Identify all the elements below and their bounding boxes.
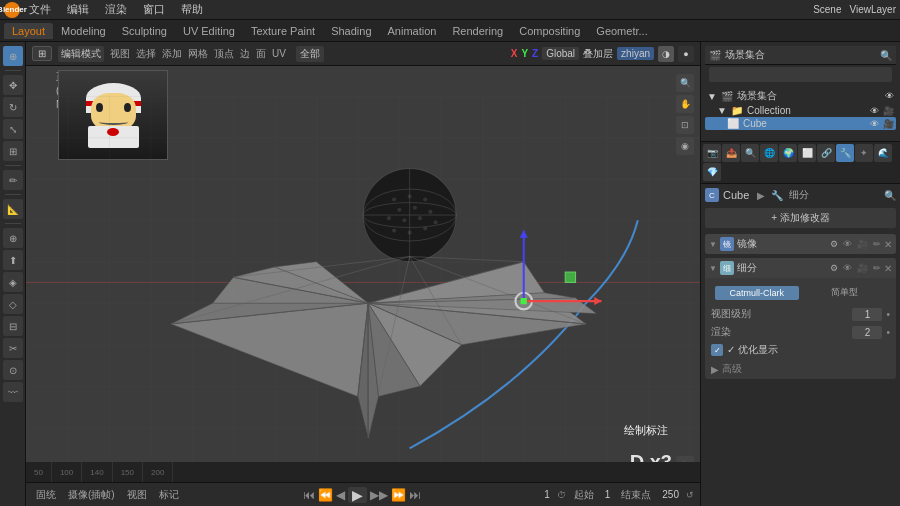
viewport[interactable]: ⊞ 编辑模式 视图 选择 添加 网格 顶点 边 面 UV 全部 X Y Z Gl… — [26, 42, 700, 506]
subd-render-icon[interactable]: 🎥 — [857, 263, 868, 273]
edge-menu[interactable]: 边 — [240, 47, 250, 61]
menu-render[interactable]: 渲染 — [102, 1, 130, 18]
zoom-in-icon[interactable]: 🔍 — [676, 74, 694, 92]
tab-texture-paint[interactable]: Texture Paint — [243, 23, 323, 39]
prop-tab-physics[interactable]: 🌊 — [874, 144, 892, 162]
tool-transform[interactable]: ⊞ — [3, 141, 23, 161]
view-btn[interactable]: 视图 — [123, 487, 151, 503]
scene-item-collection-root[interactable]: ▼ 🎬 场景集合 👁 — [705, 88, 896, 104]
editor-type-btn[interactable]: ⊞ — [32, 46, 52, 61]
menu-file[interactable]: 文件 — [26, 1, 54, 18]
proportional-btn[interactable]: 全部 — [296, 46, 324, 62]
render-icon-2[interactable]: 🎥 — [883, 106, 894, 116]
tool-bevel[interactable]: ◇ — [3, 294, 23, 314]
visibility-icon[interactable]: 👁 — [885, 91, 894, 101]
frame-start[interactable]: 1 — [602, 489, 614, 500]
jump-end-btn[interactable]: ⏭ — [409, 488, 421, 502]
visibility-icon-2[interactable]: 👁 — [870, 106, 879, 116]
tab-rendering[interactable]: Rendering — [444, 23, 511, 39]
tab-sculpting[interactable]: Sculpting — [114, 23, 175, 39]
tool-inset[interactable]: ◈ — [3, 272, 23, 292]
prop-tab-output[interactable]: 📤 — [722, 144, 740, 162]
menu-window[interactable]: 窗口 — [140, 1, 168, 18]
step-back-btn[interactable]: ⏪ — [318, 488, 333, 502]
uv-menu[interactable]: UV — [272, 48, 286, 59]
mesh-menu[interactable]: 网格 — [188, 47, 208, 61]
add-menu[interactable]: 添加 — [162, 47, 182, 61]
mirror-render-icon[interactable]: 🎥 — [857, 239, 868, 249]
mirror-filter-icon[interactable]: ⚙ — [830, 239, 838, 249]
tool-extrude[interactable]: ⬆ — [3, 250, 23, 270]
advanced-section[interactable]: ▶ 高级 — [705, 359, 896, 379]
tab-shading[interactable]: Shading — [323, 23, 379, 39]
face-menu[interactable]: 面 — [256, 47, 266, 61]
tool-loop-cut[interactable]: ⊟ — [3, 316, 23, 336]
mirror-edit-icon[interactable]: ✏ — [873, 239, 881, 249]
mirror-close-btn[interactable]: ✕ — [884, 239, 892, 250]
frame-end[interactable]: 250 — [659, 489, 682, 500]
scene-search-input[interactable] — [709, 67, 892, 82]
prop-tab-scene[interactable]: 🌐 — [760, 144, 778, 162]
play-fwd-btn[interactable]: ▶▶ — [370, 488, 388, 502]
render-type-btn[interactable]: 摄像(插帧) — [64, 487, 119, 503]
scene-item-cube[interactable]: ⬜ Cube 👁 🎥 — [705, 117, 896, 130]
current-frame[interactable]: 1 — [541, 489, 553, 500]
local-view-icon[interactable]: ◉ — [676, 137, 694, 155]
prop-tab-world[interactable]: 🌍 — [779, 144, 797, 162]
prop-tab-view[interactable]: 🔍 — [741, 144, 759, 162]
render-icon-3[interactable]: 🎥 — [883, 119, 894, 129]
tool-move[interactable]: ✥ — [3, 75, 23, 95]
prop-tab-render[interactable]: 📷 — [703, 144, 721, 162]
menu-edit[interactable]: 编辑 — [64, 1, 92, 18]
view-menu[interactable]: 视图 — [110, 47, 130, 61]
add-modifier-btn[interactable]: + 添加修改器 — [705, 208, 896, 228]
tool-cursor[interactable]: ⊕ — [3, 46, 23, 66]
tool-rotate[interactable]: ↻ — [3, 97, 23, 117]
global-local-btn[interactable]: Global — [542, 47, 579, 60]
mirror-eye-icon[interactable]: 👁 — [843, 239, 852, 249]
scene-filter-icon[interactable]: 🔍 — [880, 50, 892, 61]
prop-tab-constraints[interactable]: 🔗 — [817, 144, 835, 162]
subd-edit-icon[interactable]: ✏ — [873, 263, 881, 273]
simple-btn[interactable]: 简单型 — [803, 284, 887, 301]
subd-eye-icon[interactable]: 👁 — [843, 263, 852, 273]
subd-filter-icon[interactable]: ⚙ — [830, 263, 838, 273]
camera-btn[interactable]: 固统 — [32, 487, 60, 503]
catmull-clark-btn[interactable]: Catmull-Clark — [715, 286, 799, 300]
tab-animation[interactable]: Animation — [380, 23, 445, 39]
subd-close-btn[interactable]: ✕ — [884, 263, 892, 274]
tool-knife[interactable]: ✂ — [3, 338, 23, 358]
tool-grab[interactable]: ⊙ — [3, 360, 23, 380]
tool-smooth[interactable]: 〰 — [3, 382, 23, 402]
modifier-subd-header[interactable]: ▼ 细 细分 ⚙ 👁 🎥 ✏ ✕ — [705, 258, 896, 278]
tool-scale[interactable]: ⤡ — [3, 119, 23, 139]
tab-compositing[interactable]: Compositing — [511, 23, 588, 39]
tab-modeling[interactable]: Modeling — [53, 23, 114, 39]
render-level-value[interactable]: 2 — [852, 326, 882, 339]
markers-btn[interactable]: 标记 — [155, 487, 183, 503]
prop-tab-particles[interactable]: ✦ — [855, 144, 873, 162]
tab-uv-editing[interactable]: UV Editing — [175, 23, 243, 39]
subd-expand-icon[interactable]: ▼ — [709, 264, 717, 273]
play-back-btn[interactable]: ◀ — [336, 488, 345, 502]
viewport-shading-solid[interactable]: ◑ — [658, 46, 674, 62]
scene-item-collection[interactable]: ▼ 📁 Collection 👁 🎥 — [705, 104, 896, 117]
ortho-icon[interactable]: ⊡ — [676, 116, 694, 134]
tool-annotate[interactable]: ✏ — [3, 170, 23, 190]
step-fwd-btn[interactable]: ⏩ — [391, 488, 406, 502]
menu-help[interactable]: 帮助 — [178, 1, 206, 18]
vertex-menu[interactable]: 顶点 — [214, 47, 234, 61]
tab-geometry[interactable]: Geometr... — [588, 23, 655, 39]
jump-start-btn[interactable]: ⏮ — [303, 488, 315, 502]
tool-add[interactable]: ⊕ — [3, 228, 23, 248]
tool-measure[interactable]: 📐 — [3, 199, 23, 219]
prop-tab-modifiers[interactable]: 🔧 — [836, 144, 854, 162]
overlay-btn[interactable]: 叠加层 — [583, 47, 613, 61]
mod-header-search-icon[interactable]: 🔍 — [884, 190, 896, 201]
visibility-icon-3[interactable]: 👁 — [870, 119, 879, 129]
optimize-checkbox[interactable]: ✓ — [711, 344, 723, 356]
modifier-mirror-header[interactable]: ▼ 镜 镜像 ⚙ 👁 🎥 ✏ ✕ — [705, 234, 896, 254]
viewport-shading-render[interactable]: ● — [678, 46, 694, 62]
fps-btn[interactable]: 起始 — [570, 487, 598, 503]
mirror-expand-icon[interactable]: ▼ — [709, 240, 717, 249]
